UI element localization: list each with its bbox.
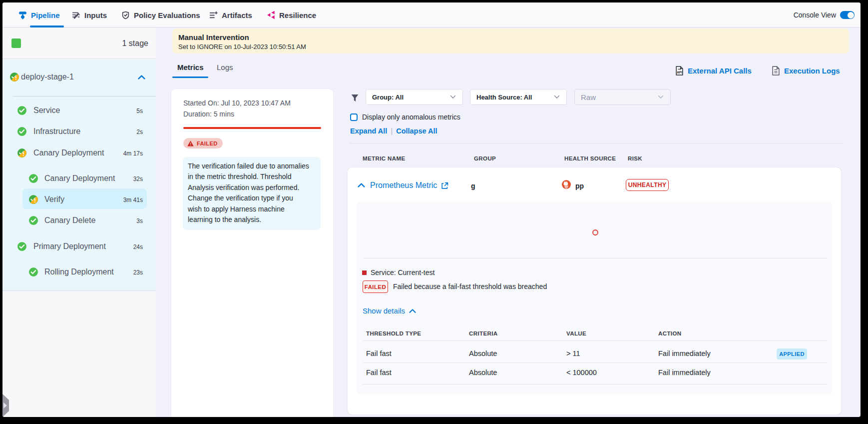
- svg-text:API: API: [677, 70, 682, 74]
